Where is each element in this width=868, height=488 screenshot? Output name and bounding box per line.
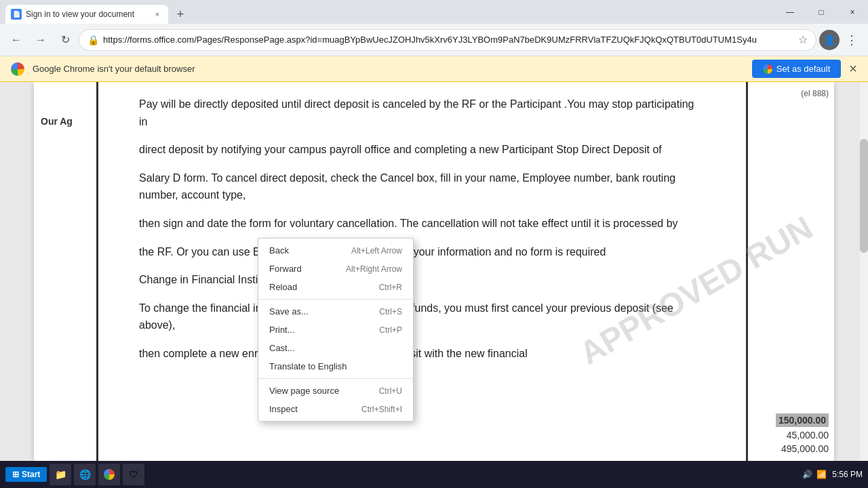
context-reload-label: Reload <box>269 282 379 292</box>
active-tab[interactable]: 📄 Sign in to view your document × <box>5 5 168 24</box>
lock-icon: 🔒 <box>87 35 99 45</box>
doc-left-panel-text: Our Ag <box>41 116 73 127</box>
context-menu: Back Alt+Left Arrow Forward Alt+Right Ar… <box>258 238 414 422</box>
chrome-menu-button[interactable]: ⋮ <box>841 29 863 51</box>
start-icon: ⊞ <box>12 470 19 479</box>
context-forward-shortcut: Alt+Right Arrow <box>346 264 402 274</box>
context-separator-2 <box>258 378 413 379</box>
maximize-button[interactable]: □ <box>806 0 837 24</box>
page-content: Our Ag (el 888) 150,000.00 45,000.00 495… <box>0 82 868 461</box>
doc-wrapper: Our Ag (el 888) 150,000.00 45,000.00 495… <box>0 82 868 461</box>
taskbar-ie-icon[interactable]: 🌐 <box>74 464 96 485</box>
info-bar: Google Chrome isn't your default browser… <box>0 56 868 82</box>
chrome-window: 📄 Sign in to view your document × + — □ … <box>0 0 868 461</box>
taskbar-security-icon[interactable]: 🛡 <box>123 464 144 485</box>
doc-paragraph-3: Salary D form. To cancel direct deposit,… <box>139 169 705 204</box>
context-menu-inspect[interactable]: Inspect Ctrl+Shift+I <box>258 400 413 418</box>
context-menu-reload[interactable]: Reload Ctrl+R <box>258 278 413 296</box>
ie-icon: 🌐 <box>79 469 91 480</box>
top-right-number: (el 888) <box>801 89 829 98</box>
context-separator-1 <box>258 299 413 300</box>
forward-button[interactable]: → <box>30 29 52 51</box>
system-tray: 🔊 📶 <box>802 470 827 479</box>
profile-icon: 👤 <box>824 35 835 45</box>
toolbar-right: 👤 ⋮ <box>819 29 863 51</box>
network-icon[interactable]: 📶 <box>816 470 827 479</box>
chrome-logo-icon <box>11 62 24 76</box>
right-number-3: 495,000.00 <box>781 443 829 454</box>
start-button[interactable]: ⊞ Start <box>5 467 47 482</box>
context-cast-label: Cast... <box>269 343 402 353</box>
doc-paragraph-4: then sign and date the form for voluntar… <box>139 215 705 232</box>
context-forward-label: Forward <box>269 264 346 274</box>
context-menu-save-as[interactable]: Save as... Ctrl+S <box>258 302 413 321</box>
address-bar[interactable]: 🔒 https://forms.office.com/Pages/Respons… <box>79 29 816 51</box>
scrollbar[interactable] <box>860 82 868 461</box>
context-menu-view-source[interactable]: View page source Ctrl+U <box>258 382 413 400</box>
folder-icon: 📁 <box>55 469 66 480</box>
context-view-source-label: View page source <box>269 386 379 396</box>
context-menu-translate[interactable]: Translate to English <box>258 357 413 375</box>
context-translate-label: Translate to English <box>269 361 402 371</box>
taskbar-right: 🔊 📶 5:56 PM <box>802 470 863 479</box>
taskbar-time: 5:56 PM <box>832 470 863 479</box>
doc-paragraph-6: Change in Financial Institution: <box>139 271 705 289</box>
doc-paragraph-1: Pay will be directly deposited until dir… <box>139 96 705 130</box>
taskbar-chrome-icon[interactable] <box>98 464 120 485</box>
chrome-small-logo-icon <box>763 64 772 74</box>
info-bar-text: Google Chrome isn't your default browser <box>33 64 744 74</box>
chrome-taskbar-icon <box>104 469 115 480</box>
context-print-shortcut: Ctrl+P <box>379 325 402 335</box>
context-menu-print[interactable]: Print... Ctrl+P <box>258 321 413 339</box>
context-save-as-shortcut: Ctrl+S <box>379 307 402 317</box>
tab-favicon: 📄 <box>11 9 22 20</box>
set-default-button[interactable]: Set as default <box>752 60 842 78</box>
doc-left-panel: Our Ag <box>34 82 98 461</box>
context-back-label: Back <box>269 245 351 256</box>
doc-paragraph-2: direct deposit by notifying your campus … <box>139 141 705 159</box>
context-inspect-label: Inspect <box>269 404 361 414</box>
right-number-1: 150,000.00 <box>776 413 829 427</box>
title-bar: 📄 Sign in to view your document × + — □ … <box>0 0 868 24</box>
shield-icon: 🛡 <box>129 469 138 480</box>
context-inspect-shortcut: Ctrl+Shift+I <box>361 405 402 414</box>
back-button[interactable]: ← <box>5 29 27 51</box>
toolbar: ← → ↻ 🔒 https://forms.office.com/Pages/R… <box>0 24 868 56</box>
minimize-button[interactable]: — <box>774 0 806 24</box>
close-button[interactable]: × <box>837 0 868 24</box>
taskbar-explorer-icon[interactable]: 📁 <box>50 464 71 485</box>
context-print-label: Print... <box>269 325 379 335</box>
info-bar-close-button[interactable]: × <box>849 61 857 77</box>
context-menu-forward[interactable]: Forward Alt+Right Arrow <box>258 260 413 278</box>
taskbar-left: ⊞ Start 📁 🌐 🛡 <box>5 464 144 485</box>
taskbar: ⊞ Start 📁 🌐 🛡 🔊 📶 5:56 PM <box>0 461 868 488</box>
doc-paragraph-5: the RF. Or you can use Employee Self Ser… <box>139 243 705 261</box>
bookmark-icon[interactable]: ☆ <box>798 33 808 46</box>
context-menu-cast[interactable]: Cast... <box>258 339 413 357</box>
document-container: Our Ag (el 888) 150,000.00 45,000.00 495… <box>34 82 834 461</box>
context-back-shortcut: Alt+Left Arrow <box>351 246 402 256</box>
profile-button[interactable]: 👤 <box>819 30 840 50</box>
context-menu-back[interactable]: Back Alt+Left Arrow <box>258 241 413 260</box>
tab-title: Sign in to view your document <box>26 9 148 19</box>
tab-strip: 📄 Sign in to view your document × + <box>0 0 190 24</box>
new-tab-button[interactable]: + <box>171 5 190 24</box>
context-save-as-label: Save as... <box>269 306 379 317</box>
tab-close-button[interactable]: × <box>152 9 163 20</box>
right-number-2: 45,000.00 <box>787 430 829 441</box>
window-controls: — □ × <box>774 0 868 24</box>
reload-button[interactable]: ↻ <box>54 29 76 51</box>
speaker-icon[interactable]: 🔊 <box>802 470 812 479</box>
scrollbar-thumb[interactable] <box>860 139 868 253</box>
context-view-source-shortcut: Ctrl+U <box>379 386 402 396</box>
context-reload-shortcut: Ctrl+R <box>379 283 402 292</box>
address-text: https://forms.office.com/Pages/ResponseP… <box>103 35 794 45</box>
